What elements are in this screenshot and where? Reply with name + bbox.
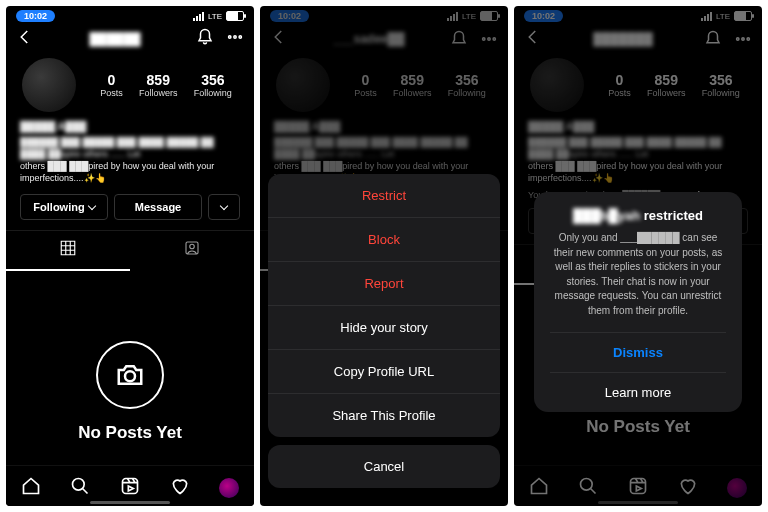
sheet-cancel[interactable]: Cancel: [268, 445, 500, 488]
home-icon: [21, 476, 41, 496]
following-button[interactable]: Following: [20, 194, 108, 220]
heart-icon: [170, 476, 190, 496]
svg-point-9: [488, 38, 490, 40]
svg-point-4: [190, 244, 195, 249]
stat-followers[interactable]: 859Followers: [139, 72, 178, 98]
tagged-icon: [183, 239, 201, 257]
profile-bio: █████ A███ ██████ ███ █████ ███ ████ ███…: [6, 114, 254, 190]
message-button[interactable]: Message: [114, 194, 202, 220]
bell-icon: [196, 28, 214, 46]
svg-point-0: [229, 36, 231, 38]
status-time: 10:02: [16, 10, 55, 22]
dialog-dismiss[interactable]: Dismiss: [550, 332, 726, 372]
sheet-share-profile[interactable]: Share This Profile: [268, 393, 500, 437]
svg-point-2: [239, 36, 241, 38]
avatar[interactable]: [20, 56, 78, 114]
chevron-down-icon: [87, 202, 95, 210]
profile-strip: 0Posts 859Followers 356Following: [6, 56, 254, 114]
sheet-block[interactable]: Block: [268, 217, 500, 261]
search-icon: [70, 476, 90, 496]
tab-tagged[interactable]: [130, 231, 254, 271]
dialog-title: ███b█yah restricted: [550, 208, 726, 223]
back-button[interactable]: [16, 28, 34, 50]
svg-point-14: [737, 38, 739, 40]
sheet-hide-story[interactable]: Hide your story: [268, 305, 500, 349]
sheet-copy-url[interactable]: Copy Profile URL: [268, 349, 500, 393]
bottom-nav: [6, 465, 254, 506]
nav-profile[interactable]: [219, 478, 239, 498]
chevron-left-icon: [16, 28, 34, 46]
dialog-learn-more[interactable]: Learn more: [550, 372, 726, 412]
nav-home[interactable]: [21, 476, 41, 500]
screen-profile: 10:02 LTE ██████: [6, 6, 254, 506]
stat-following[interactable]: 356Following: [194, 72, 232, 98]
svg-point-15: [742, 38, 744, 40]
profile-tabs: [6, 230, 254, 271]
nav-activity[interactable]: [170, 476, 190, 500]
header-username: ██████: [89, 32, 140, 46]
camera-icon: [96, 341, 164, 409]
svg-point-20: [581, 479, 593, 491]
dialog-body: Only you and ___██████ can see their new…: [550, 231, 726, 318]
chevron-down-icon: [220, 202, 228, 210]
restricted-dialog: ███b█yah restricted Only you and ___████…: [534, 192, 742, 412]
empty-posts: No Posts Yet: [6, 271, 254, 443]
sheet-restrict[interactable]: Restrict: [268, 174, 500, 217]
svg-point-5: [125, 371, 135, 381]
svg-point-6: [73, 479, 85, 491]
grid-icon: [59, 239, 77, 257]
nav-search[interactable]: [70, 476, 90, 500]
stat-posts[interactable]: 0Posts: [100, 72, 123, 98]
home-indicator: [90, 501, 170, 504]
ellipsis-icon: [226, 28, 244, 46]
suggest-button[interactable]: [208, 194, 240, 220]
signal-icon: [193, 12, 204, 21]
nav-reels[interactable]: [120, 476, 140, 500]
svg-point-16: [747, 38, 749, 40]
profile-actions: Following Message: [6, 190, 254, 230]
carrier-label: LTE: [208, 12, 222, 21]
svg-point-1: [234, 36, 236, 38]
reels-icon: [120, 476, 140, 496]
profile-header: ██████: [6, 24, 254, 56]
screen-restricted-dialog: 10:02LTE ███████ 0Posts859Followers356Fo…: [514, 6, 762, 506]
tab-grid[interactable]: [6, 231, 130, 271]
svg-point-10: [493, 38, 495, 40]
status-bar: 10:02 LTE: [6, 6, 254, 24]
screen-actionsheet: 10:02LTE ___sadee██ 0Posts859Followers35…: [260, 6, 508, 506]
battery-icon: [226, 11, 244, 21]
sheet-report[interactable]: Report: [268, 261, 500, 305]
notifications-button[interactable]: [196, 28, 214, 50]
more-button[interactable]: [226, 28, 244, 50]
action-sheet: Restrict Block Report Hide your story Co…: [268, 174, 500, 496]
no-posts-label: No Posts Yet: [78, 423, 182, 443]
svg-point-8: [483, 38, 485, 40]
